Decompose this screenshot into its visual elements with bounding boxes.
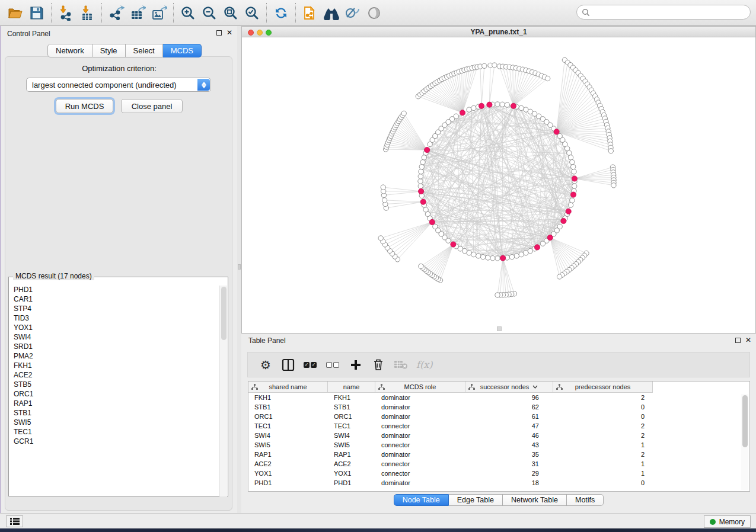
table-cell: dominator: [375, 450, 465, 459]
table-row[interactable]: STB1STB1dominator620: [248, 402, 749, 412]
result-node-item[interactable]: SRD1: [9, 342, 219, 351]
import-network-icon[interactable]: [56, 3, 76, 23]
network-scroll-handle[interactable]: [497, 326, 502, 331]
result-scrollbar[interactable]: [219, 286, 227, 496]
table-cell: STB1: [248, 402, 328, 412]
toolbar-separator: [295, 3, 296, 23]
search-input[interactable]: [593, 8, 750, 17]
tab-mcds[interactable]: MCDS: [163, 44, 202, 57]
table-cell: 0: [553, 412, 653, 421]
result-node-item[interactable]: GCR1: [9, 437, 219, 446]
table-row[interactable]: TEC1TEC1connector472: [248, 421, 749, 431]
table-toolbar: ⚙ ✓✓ f(x): [247, 352, 750, 377]
table-row[interactable]: RAP1RAP1dominator352: [248, 450, 749, 459]
table-row[interactable]: PHD1PHD1dominator180: [248, 478, 749, 488]
zoom-out-icon[interactable]: [199, 3, 219, 23]
table-row[interactable]: SWI5SWI5connector431: [248, 440, 749, 450]
tab-network-table[interactable]: Network Table: [503, 494, 567, 506]
network-canvas[interactable]: [242, 37, 755, 333]
export-network-icon[interactable]: [106, 3, 126, 23]
close-table-panel-icon[interactable]: ✕: [745, 338, 751, 343]
import-table-icon[interactable]: [77, 3, 97, 23]
show-columns-icon[interactable]: [281, 357, 295, 373]
divider-handle[interactable]: [238, 264, 241, 270]
toolbar-separator: [101, 3, 102, 23]
column-header-name[interactable]: name: [328, 382, 375, 393]
result-scroll-thumb[interactable]: [221, 287, 227, 340]
close-panel-button[interactable]: Close panel: [121, 99, 183, 113]
table-cell: connector: [375, 440, 465, 450]
dropdown-stepper-icon: [197, 79, 210, 91]
table-cell: dominator: [375, 478, 465, 488]
export-image-icon[interactable]: [149, 3, 169, 23]
table-panel-title: Table Panel: [248, 336, 286, 345]
table-cell: SWI5: [248, 440, 328, 450]
desktop-wallpaper: [0, 528, 756, 532]
zoom-selected-icon[interactable]: [242, 3, 262, 23]
save-session-icon[interactable]: [27, 3, 47, 23]
table-row[interactable]: ORC1ORC1dominator610: [248, 412, 749, 421]
result-node-item[interactable]: ACE2: [9, 370, 219, 380]
result-node-item[interactable]: STB5: [9, 380, 219, 389]
tab-node-table[interactable]: Node Table: [394, 494, 449, 506]
result-node-item[interactable]: YOX1: [9, 323, 219, 332]
table-cell: connector: [375, 469, 465, 478]
table-cell: RAP1: [248, 450, 328, 459]
delete-column-icon[interactable]: [371, 357, 385, 373]
select-all-rows-icon[interactable]: ✓✓: [304, 357, 318, 373]
birds-eye-icon[interactable]: [364, 3, 384, 23]
table-row[interactable]: SWI4SWI4dominator462: [248, 431, 749, 440]
network-search-box[interactable]: [576, 5, 751, 20]
result-node-item[interactable]: STB1: [9, 408, 219, 418]
hide-graphics-details-icon[interactable]: [343, 3, 363, 23]
column-header-MCDS-role[interactable]: MCDS role: [375, 382, 465, 393]
result-node-item[interactable]: TEC1: [9, 427, 219, 437]
open-file-icon[interactable]: [5, 3, 25, 23]
table-cell: SWI4: [328, 431, 375, 440]
tab-network[interactable]: Network: [47, 44, 92, 57]
table-row[interactable]: YOX1YOX1connector291: [248, 469, 749, 478]
table-row[interactable]: ACE2ACE2connector311: [248, 459, 749, 469]
result-node-item[interactable]: STP4: [9, 304, 219, 313]
network-window-titlebar[interactable]: YPA_prune.txt_1: [242, 27, 755, 37]
table-scroll-thumb[interactable]: [742, 395, 748, 447]
criterion-dropdown[interactable]: largest connected component (undirected): [26, 78, 211, 92]
tab-edge-table[interactable]: Edge Table: [449, 494, 503, 506]
deselect-all-rows-icon[interactable]: [326, 357, 340, 373]
result-node-item[interactable]: PHD1: [9, 285, 219, 294]
search-binoculars-icon[interactable]: [321, 3, 342, 23]
open-session-doc-icon[interactable]: [300, 3, 320, 23]
zoom-fit-icon[interactable]: [221, 3, 241, 23]
task-history-button[interactable]: [6, 515, 23, 527]
tab-style[interactable]: Style: [92, 44, 126, 57]
float-panel-icon[interactable]: [216, 30, 222, 36]
mcds-result-list: PHD1CAR1STP4TID3YOX1SWI4SRD1PMA2FKH1ACE2…: [9, 285, 219, 495]
column-header-successor-nodes[interactable]: successor nodes: [465, 382, 553, 393]
run-mcds-button[interactable]: Run MCDS: [56, 99, 113, 113]
result-node-item[interactable]: PMA2: [9, 351, 219, 361]
result-node-item[interactable]: CAR1: [9, 294, 219, 304]
table-cell: RAP1: [328, 450, 375, 459]
result-node-item[interactable]: SWI5: [9, 418, 219, 427]
split-divider-vertical[interactable]: [237, 26, 241, 513]
export-table-icon[interactable]: [127, 3, 148, 23]
tab-motifs[interactable]: Motifs: [567, 494, 604, 506]
zoom-in-icon[interactable]: [178, 3, 198, 23]
add-column-icon[interactable]: [349, 357, 363, 373]
column-header-predecessor-nodes[interactable]: predecessor nodes: [553, 382, 653, 393]
table-options-gear-icon[interactable]: ⚙: [259, 357, 273, 373]
memory-button[interactable]: Memory: [704, 515, 751, 528]
column-header-shared-name[interactable]: shared name: [248, 382, 328, 393]
result-node-item[interactable]: TID3: [9, 313, 219, 323]
result-node-item[interactable]: RAP1: [9, 399, 219, 408]
result-node-item[interactable]: SWI4: [9, 332, 219, 342]
table-row[interactable]: FKH1FKH1dominator962: [248, 393, 749, 402]
close-panel-icon[interactable]: ✕: [227, 30, 232, 36]
result-node-item[interactable]: FKH1: [9, 361, 219, 370]
result-node-item[interactable]: ORC1: [9, 389, 219, 399]
tab-select[interactable]: Select: [126, 44, 163, 57]
float-table-panel-icon[interactable]: [735, 338, 741, 343]
refresh-icon[interactable]: [271, 3, 291, 23]
table-scrollbar[interactable]: [741, 394, 748, 490]
table-cell: dominator: [375, 431, 465, 440]
